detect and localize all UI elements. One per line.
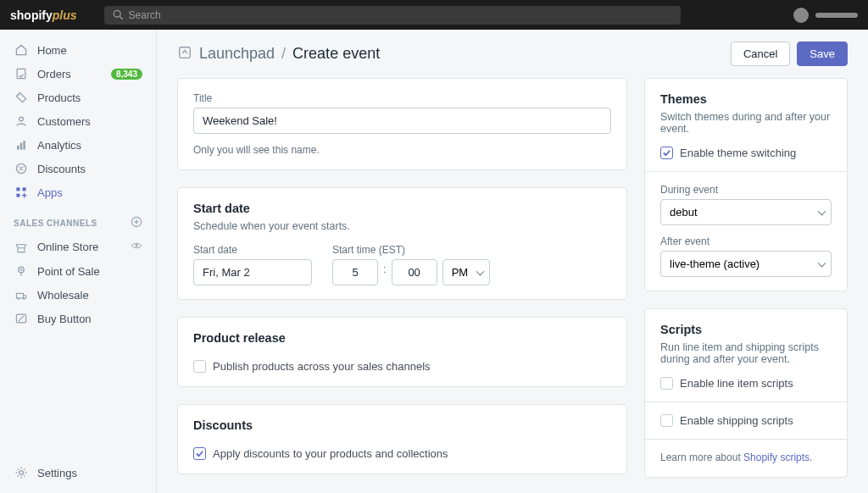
svg-point-15 [136, 245, 138, 247]
scripts-sub: Run line item and shipping scripts durin… [660, 341, 832, 365]
analytics-icon [14, 138, 29, 152]
breadcrumb-root[interactable]: Launchpad [199, 45, 275, 63]
title-input[interactable] [193, 108, 611, 134]
ampm-select[interactable]: PM [442, 259, 490, 285]
apply-discounts-checkbox[interactable] [193, 447, 206, 460]
sidebar-item-label: Online Store [37, 241, 98, 253]
svg-rect-5 [17, 146, 19, 150]
sidebar-item-analytics[interactable]: Analytics [0, 133, 156, 157]
scripts-learn-more: Learn more about Shopify scripts. [660, 451, 832, 463]
gear-icon [14, 466, 29, 479]
start-hour-input[interactable] [332, 259, 378, 285]
during-event-select[interactable]: debut [660, 199, 832, 225]
sidebar-item-orders[interactable]: Orders 8,343 [0, 62, 156, 86]
avatar [793, 8, 809, 23]
svg-point-10 [22, 169, 24, 171]
topbar-user[interactable] [793, 8, 858, 23]
sidebar-item-discounts[interactable]: Discounts [0, 157, 156, 180]
sidebar-item-label: Point of Sale [37, 265, 100, 278]
brand-logo: shopifyplus [10, 8, 77, 22]
orders-icon [14, 67, 29, 80]
apps-icon [14, 186, 29, 199]
online-store-icon [14, 241, 29, 254]
user-name-placeholder [815, 13, 858, 18]
themes-card: Themes Switch themes during and after yo… [644, 78, 848, 291]
apply-discounts-label: Apply discounts to your products and col… [213, 447, 448, 460]
scripts-heading: Scripts [660, 323, 832, 336]
enable-line-item-scripts-checkbox[interactable] [660, 377, 673, 390]
svg-rect-18 [16, 293, 23, 298]
svg-rect-11 [16, 187, 19, 191]
cancel-button[interactable]: Cancel [731, 42, 790, 66]
start-minute-input[interactable] [392, 259, 437, 285]
orders-badge: 8,343 [111, 69, 142, 80]
svg-rect-7 [23, 141, 25, 149]
svg-line-1 [120, 16, 122, 19]
start-date-sub: Schedule when your event starts. [193, 220, 611, 232]
sidebar-item-products[interactable]: Products [0, 86, 156, 109]
breadcrumb-separator: / [281, 45, 286, 63]
eye-icon[interactable] [131, 240, 142, 254]
sidebar-item-customers[interactable]: Customers [0, 109, 156, 133]
enable-shipping-scripts-label: Enable shipping scripts [680, 414, 793, 427]
sidebar-channel-pos[interactable]: Point of Sale [0, 259, 156, 283]
publish-products-checkbox[interactable] [193, 360, 206, 373]
sidebar-item-apps[interactable]: Apps [0, 180, 156, 204]
svg-rect-6 [20, 143, 22, 150]
svg-point-9 [19, 167, 21, 169]
publish-products-label: Publish products across your sales chann… [213, 360, 431, 373]
sidebar-item-home[interactable]: Home [0, 38, 156, 62]
add-channel-button[interactable] [131, 216, 142, 230]
wholesale-icon [14, 288, 29, 302]
start-time-label: Start time (EST) [332, 244, 490, 256]
svg-point-0 [114, 10, 120, 17]
page-title: Create event [292, 45, 380, 63]
enable-theme-switching-label: Enable theme switching [680, 147, 796, 159]
svg-point-22 [19, 471, 24, 475]
customers-icon [14, 114, 29, 128]
svg-point-3 [19, 95, 20, 97]
sales-channels-header: SALES CHANNELS [0, 204, 156, 235]
start-date-card: Start date Schedule when your event star… [177, 187, 627, 300]
after-event-select[interactable]: live-theme (active) [660, 251, 832, 277]
svg-point-20 [23, 298, 25, 300]
launchpad-icon [177, 45, 192, 63]
svg-rect-12 [23, 187, 26, 191]
themes-sub: Switch themes during and after your even… [660, 111, 832, 135]
sidebar-item-label: Apps [37, 186, 63, 199]
svg-point-17 [20, 269, 22, 270]
enable-shipping-scripts-checkbox[interactable] [660, 414, 673, 427]
save-button[interactable]: Save [797, 42, 848, 66]
brand-name: shopify [10, 8, 53, 22]
enable-theme-switching-checkbox[interactable] [660, 147, 673, 159]
sidebar-item-label: Wholesale [37, 289, 89, 302]
sidebar-item-label: Settings [37, 467, 77, 479]
sidebar-channel-online-store[interactable]: Online Store [0, 235, 156, 259]
sidebar-item-settings[interactable]: Settings [0, 461, 156, 485]
sidebar-item-label: Orders [37, 68, 71, 80]
search-input[interactable] [129, 9, 672, 21]
scripts-card: Scripts Run line item and shipping scrip… [644, 308, 848, 478]
discounts-card: Discounts Apply discounts to your produc… [177, 404, 627, 474]
products-icon [14, 91, 29, 104]
topbar: shopifyplus [0, 0, 868, 30]
sidebar-item-label: Products [37, 91, 81, 104]
svg-rect-13 [16, 194, 19, 197]
home-icon [14, 43, 29, 57]
title-helper: Only you will see this name. [193, 144, 611, 156]
search-icon [113, 9, 124, 20]
sidebar-channel-wholesale[interactable]: Wholesale [0, 283, 156, 307]
discounts-heading: Discounts [193, 418, 611, 432]
svg-point-4 [19, 117, 24, 121]
start-date-input[interactable] [193, 259, 312, 285]
search-bar[interactable] [104, 6, 681, 25]
sidebar-channel-buy-button[interactable]: Buy Button [0, 307, 156, 330]
start-date-heading: Start date [193, 202, 611, 215]
sidebar-item-label: Analytics [37, 139, 81, 152]
sidebar: Home Orders 8,343 Products Customers Ana… [0, 30, 157, 493]
enable-line-item-scripts-label: Enable line item scripts [680, 377, 793, 390]
shopify-scripts-link[interactable]: Shopify scripts [743, 451, 810, 463]
sidebar-item-label: Home [37, 44, 67, 57]
themes-heading: Themes [660, 92, 832, 106]
buy-button-icon [14, 312, 29, 325]
